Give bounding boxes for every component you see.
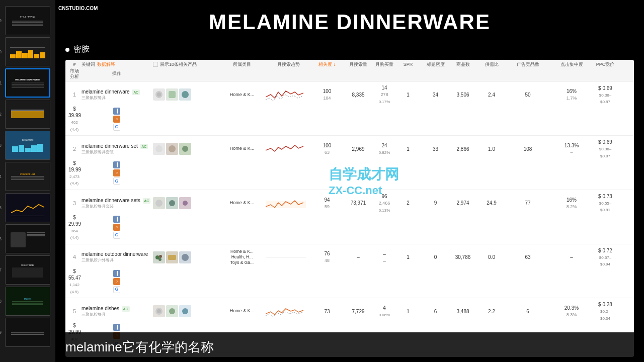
bullet-section: 密胺 bbox=[65, 44, 634, 55]
product-images-2 bbox=[153, 143, 218, 155]
buy-vol-2: 240.82% bbox=[374, 142, 394, 155]
col-trend: 月搜索趋势 bbox=[266, 62, 311, 67]
google-icon-2[interactable]: G bbox=[113, 177, 120, 185]
spr-4: 1 bbox=[395, 254, 421, 260]
slide-thumb-25[interactable]: 25 bbox=[5, 193, 50, 222]
col-product-count: 商品数 bbox=[450, 62, 475, 67]
search-vol-5: 7,729 bbox=[343, 308, 373, 315]
trend-1 bbox=[266, 87, 311, 102]
col-ad-count: 广告竞品数 bbox=[508, 62, 548, 67]
actions-2[interactable]: ▐ ○ G bbox=[82, 161, 152, 185]
row-num-1: 1 bbox=[68, 91, 80, 98]
table-row: 2 melamine dinnerware set AC 三聚氰胺餐具套装 bbox=[65, 136, 634, 190]
category-2: Home & K... bbox=[219, 146, 265, 152]
google-icon-3[interactable]: G bbox=[113, 232, 120, 239]
search-vol-2: 2,969 bbox=[343, 146, 373, 152]
title-density-3: 9 bbox=[422, 200, 449, 206]
bar-chart-icon-2[interactable]: ▐ bbox=[113, 161, 120, 168]
svg-rect-2 bbox=[169, 91, 176, 98]
buy-vol-5: 40.06% bbox=[374, 305, 394, 318]
subtitle-bar: melamine它有化学的名称 bbox=[55, 332, 644, 362]
product-count-4: 30,786 bbox=[450, 254, 475, 260]
bar-chart-icon-4[interactable]: ▐ bbox=[113, 270, 120, 277]
col-products: 展示10条相关产品 bbox=[153, 62, 218, 67]
supply-demand-1: 2.4 bbox=[476, 92, 507, 98]
data-table: # 关键词 数据解释 展示10条相关产品 所属类目 月搜索趋势 相关度 ↓ 月搜… bbox=[65, 60, 634, 357]
slide-thumb-19[interactable]: 19 STYLE / TYPING bbox=[5, 6, 50, 35]
ad-count-2: 108 bbox=[508, 146, 548, 152]
actions-1[interactable]: ▐ ○ G bbox=[82, 108, 152, 131]
col-spr: SPR bbox=[395, 62, 421, 67]
product-count-1: 3,506 bbox=[450, 92, 475, 98]
bar-chart-icon-1[interactable]: ▐ bbox=[113, 108, 120, 115]
ad-count-1: 50 bbox=[508, 92, 548, 98]
slide-thumb-23[interactable]: 23 BUYING TREND bbox=[5, 131, 50, 160]
product-images-3 bbox=[153, 197, 218, 209]
market-4: $ 55.471,142 (4.5) bbox=[68, 268, 80, 295]
trend-5 bbox=[266, 304, 311, 319]
circle-icon-1[interactable]: ○ bbox=[113, 116, 120, 123]
svg-point-13 bbox=[158, 258, 162, 261]
keyword-4: melamine outdoor dinnerware 三聚氰胺户外餐具 bbox=[82, 251, 152, 263]
google-icon-4[interactable]: G bbox=[113, 286, 120, 293]
keyword-3: melamine dinnerware sets AC 三聚氰胺餐具套装 bbox=[82, 197, 152, 209]
slide-thumb-29[interactable]: 29 bbox=[5, 318, 50, 347]
supply-demand-5: 2.2 bbox=[476, 308, 507, 315]
ppc-5: $ 0.28$0.2–$0.34 bbox=[595, 301, 615, 321]
title-density-5: 6 bbox=[422, 308, 449, 315]
col-keyword[interactable]: 关键词 数据解释 bbox=[82, 62, 152, 67]
search-vol-4: – bbox=[343, 254, 373, 260]
slide-thumb-21[interactable]: 21 MELAMINE DINNERWARE bbox=[5, 68, 50, 98]
subtitle-text: melamine它有化学的名称 bbox=[65, 339, 214, 354]
ppc-4: $ 0.72$0.57–$0.94 bbox=[595, 247, 615, 267]
bar-chart-icon-5[interactable]: ▐ bbox=[113, 324, 120, 331]
market-1: $ 39.99402 (4.4) bbox=[68, 106, 80, 132]
svg-point-3 bbox=[182, 91, 189, 98]
ppc-3: $ 0.73$0.55–$0.81 bbox=[595, 193, 615, 213]
google-icon-1[interactable]: G bbox=[113, 124, 120, 131]
table-row: 1 melamine dinnerware AC 三聚氰胺餐具 bbox=[65, 81, 634, 136]
col-market: 市场分析 bbox=[68, 68, 80, 79]
slide-thumb-28[interactable]: 28 ANALYSIS bbox=[5, 287, 50, 316]
slide-thumb-22[interactable]: 22 bbox=[5, 100, 50, 129]
svg-point-15 bbox=[182, 254, 189, 261]
col-buy-vol: 月购买量 bbox=[374, 62, 394, 67]
title-density-4: 0 bbox=[422, 254, 449, 260]
buy-vol-1: 142780.17% bbox=[374, 84, 394, 105]
spr-2: 1 bbox=[395, 146, 421, 152]
bar-chart-icon-3[interactable]: ▐ bbox=[113, 216, 120, 223]
click-concentration-2: 13.3%– bbox=[549, 142, 594, 156]
circle-icon-3[interactable]: ○ bbox=[113, 224, 120, 231]
slide-thumb-26[interactable]: 26 bbox=[5, 224, 50, 253]
click-concentration-5: 20.3%8.3% bbox=[549, 305, 594, 318]
circle-icon-2[interactable]: ○ bbox=[113, 169, 120, 176]
slide-panel: 19 STYLE / TYPING 20 bbox=[0, 0, 55, 362]
search-vol-3: 73,971 bbox=[343, 200, 373, 206]
actions-4[interactable]: ▐ ○ G bbox=[82, 270, 152, 293]
spr-5: 1 bbox=[395, 308, 421, 315]
slide-thumb-27[interactable]: 27 PRODUCT DETAIL bbox=[5, 255, 50, 285]
relevance-3: 9459 bbox=[312, 197, 342, 210]
click-concentration-4: – bbox=[549, 254, 594, 260]
row-num-5: 5 bbox=[68, 308, 80, 315]
svg-point-18 bbox=[157, 309, 161, 313]
col-relevance[interactable]: 相关度 ↓ bbox=[312, 62, 342, 67]
ad-count-3: 77 bbox=[508, 200, 548, 206]
title-density-2: 33 bbox=[422, 146, 449, 152]
slide-thumb-20[interactable]: 20 bbox=[5, 37, 50, 66]
svg-point-19 bbox=[169, 308, 175, 314]
market-3: $ 29.99364 (4.4) bbox=[68, 214, 80, 241]
slide-thumb-24[interactable]: 24 PRODUCT LIST bbox=[5, 162, 50, 191]
table-header: # 关键词 数据解释 展示10条相关产品 所属类目 月搜索趋势 相关度 ↓ 月搜… bbox=[65, 60, 634, 81]
circle-icon-4[interactable]: ○ bbox=[113, 278, 120, 285]
buy-vol-3: 962,4660.13% bbox=[374, 193, 394, 213]
svg-point-6 bbox=[182, 146, 188, 152]
product-count-2: 2,866 bbox=[450, 146, 475, 152]
col-ppc: PPC竞价 bbox=[595, 62, 615, 67]
svg-rect-14 bbox=[168, 255, 176, 260]
svg-point-9 bbox=[183, 201, 188, 206]
slide-20-preview bbox=[6, 38, 50, 66]
ppc-2: $ 0.69$0.36–$0.87 bbox=[595, 139, 615, 159]
actions-3[interactable]: ▐ ○ G bbox=[82, 216, 152, 239]
ad-count-4: 63 bbox=[508, 254, 548, 260]
